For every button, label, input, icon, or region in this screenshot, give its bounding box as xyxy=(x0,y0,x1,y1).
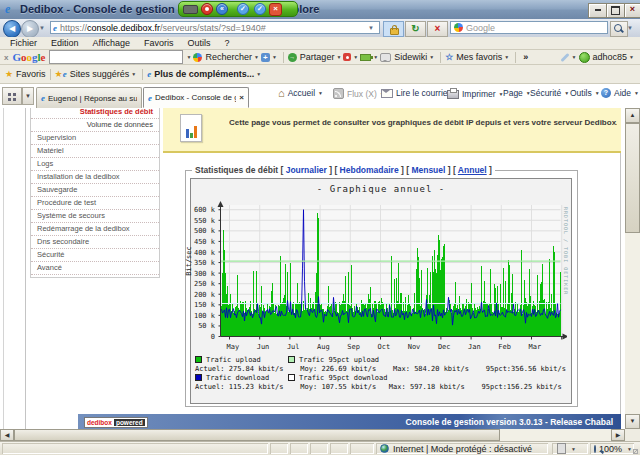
quick-tabs-button[interactable] xyxy=(2,87,22,105)
recorder-record-button[interactable] xyxy=(201,3,213,15)
menu-item-favoris[interactable]: Favoris xyxy=(137,38,181,48)
sidebar-item-volume-de-donn-es[interactable]: Volume de données xyxy=(31,119,159,132)
recorder-rewind-button[interactable]: « xyxy=(216,3,228,15)
sidebar-item-statistiques-de-d-bit[interactable]: Statistiques de débit xyxy=(31,108,159,119)
partager-button[interactable]: Partager xyxy=(300,52,335,62)
sidebar-item-supervision[interactable]: Supervision xyxy=(31,132,159,145)
tab-eugenol[interactable]: e Eugenol | Réponse au sujet ... xyxy=(36,87,142,108)
sidebar-item-avanc[interactable]: Avancé xyxy=(31,262,159,275)
vertical-scroll-thumb[interactable] xyxy=(625,123,640,233)
sidebar-item-dns-secondaire[interactable]: Dns secondaire xyxy=(31,236,159,249)
toolbar-overflow-button[interactable]: » xyxy=(523,52,528,62)
tools-menu-button[interactable]: Outils▼ xyxy=(570,88,600,98)
security-dropdown-icon[interactable]: ▼ xyxy=(571,446,576,452)
tab-dedibox-active[interactable]: e Dedibox - Console de ge... × xyxy=(143,87,249,108)
wrench-icon[interactable] xyxy=(560,52,569,61)
stop-button[interactable]: × xyxy=(427,21,448,37)
restore-button[interactable] xyxy=(606,3,625,18)
menu-item-help[interactable]: ? xyxy=(217,38,236,48)
complements-dropdown-icon[interactable]: ▼ xyxy=(256,71,261,77)
refresh-button[interactable]: ↻ xyxy=(405,21,426,37)
settings-dropdown-icon[interactable]: ▼ xyxy=(572,54,577,60)
print-button[interactable]: Imprimer▼ xyxy=(447,88,503,99)
scroll-down-button[interactable]: ▼ xyxy=(625,414,640,429)
menu-item-affichage[interactable]: Affichage xyxy=(86,38,137,48)
resize-grip[interactable] xyxy=(633,449,638,454)
scroll-right-button[interactable]: ▶ xyxy=(611,429,625,441)
rechercher-button[interactable]: Rechercher xyxy=(205,52,252,62)
mes-favoris-button[interactable]: Mes favoris xyxy=(456,52,502,62)
sidewiki-dropdown-icon[interactable]: ▼ xyxy=(429,54,434,60)
pagerank-icon[interactable] xyxy=(360,54,371,61)
search-button[interactable] xyxy=(610,21,628,37)
search-history-icon[interactable]: ▼ xyxy=(186,54,191,60)
sidebar-item-s-curit[interactable]: Sécurité xyxy=(31,249,159,262)
back-button[interactable]: ◀ xyxy=(3,20,21,38)
window-titlebar[interactable]: e Dedibox - Console de gestion - Windows… xyxy=(0,0,640,20)
search-box[interactable]: Google xyxy=(450,21,608,34)
scroll-up-button[interactable]: ▲ xyxy=(625,108,640,123)
help-menu-button[interactable]: ? Aide▼ xyxy=(601,88,639,98)
url-field[interactable]: e https://console.dedibox.fr/serveurs/st… xyxy=(50,21,380,34)
menu-item-outils[interactable]: Outils xyxy=(180,38,217,48)
zoom-dropdown-icon[interactable]: ▼ xyxy=(627,446,632,452)
account-button[interactable]: adhoc85 xyxy=(593,52,628,62)
period-link-mensuel[interactable]: Mensuel xyxy=(411,165,445,175)
recorder-check-button-2[interactable]: ✓ xyxy=(254,3,266,15)
menu-item-fichier[interactable]: Fichier xyxy=(3,38,44,48)
horizontal-scrollbar[interactable]: ◀ ▶ xyxy=(0,429,625,441)
tab-list-dropdown[interactable]: ▼ xyxy=(22,87,34,105)
sidebar-item-installation-de-la-dedibox[interactable]: Installation de la dedibox xyxy=(31,171,159,184)
partager-dropdown-icon[interactable]: ▼ xyxy=(336,54,341,60)
tab-close-icon[interactable]: × xyxy=(239,93,244,102)
status-pane xyxy=(270,443,288,454)
rechercher-dropdown-icon[interactable]: ▼ xyxy=(254,54,259,60)
horizontal-scroll-thumb[interactable] xyxy=(14,429,500,441)
page-menu-button[interactable]: Page▼ xyxy=(503,88,531,98)
home-button[interactable]: ⌂ Accueil▼ xyxy=(278,88,323,98)
vertical-scrollbar[interactable]: ▲ ▼ xyxy=(625,108,640,429)
sidebar-item-syst-me-de-secours[interactable]: Système de secours xyxy=(31,210,159,223)
pagerank-dropdown-icon[interactable]: ▼ xyxy=(373,54,378,60)
protected-mode-pane[interactable]: ▼ xyxy=(552,443,588,454)
scroll-left-button[interactable]: ◀ xyxy=(0,429,14,441)
sites-suggeres-button[interactable]: Sites suggérés xyxy=(70,69,130,79)
toolbar-add-icon[interactable]: + xyxy=(261,53,270,62)
close-button[interactable]: × xyxy=(624,3,640,18)
zoom-control[interactable]: 100% ▼ xyxy=(590,443,634,454)
favoris-button[interactable]: Favoris xyxy=(16,69,46,79)
share-icon[interactable]: → xyxy=(288,53,297,62)
sites-dropdown-icon[interactable]: ▼ xyxy=(131,71,136,77)
sidebar-item-sauvegarde[interactable]: Sauvegarde xyxy=(31,184,159,197)
recorder-close-button[interactable]: × xyxy=(269,3,282,16)
period-link-annuel[interactable]: Annuel xyxy=(458,165,487,175)
menu-item-edition[interactable]: Edition xyxy=(44,38,86,48)
account-dropdown-icon[interactable]: ▼ xyxy=(629,54,634,60)
read-mail-button[interactable]: Lire le courrier xyxy=(381,88,450,98)
forward-button[interactable]: ▶ xyxy=(21,20,39,38)
red-dropdown-icon[interactable]: ▼ xyxy=(353,54,358,60)
toolbar-red-icon[interactable] xyxy=(343,53,351,61)
minimize-button[interactable] xyxy=(588,3,607,18)
screen-recorder-widget[interactable]: « ✓ ✓ × xyxy=(178,1,298,17)
period-link-journalier[interactable]: Journalier xyxy=(286,165,327,175)
url-dropdown-icon[interactable]: ▼ xyxy=(368,25,374,31)
sidebar-item-logs[interactable]: Logs xyxy=(31,158,159,171)
stats-legend-title: Statistiques de débit xyxy=(195,165,278,175)
security-menu-button[interactable]: Sécurité▼ xyxy=(530,88,569,98)
search-options-icon[interactable]: ▼ xyxy=(627,25,633,31)
sidebar-item-red-marrage-de-la-dedibox[interactable]: Redémarrage de la dedibox xyxy=(31,223,159,236)
ssl-lock-button[interactable] xyxy=(383,21,404,37)
toolbar-close-button[interactable]: x xyxy=(4,53,8,62)
history-dropdown-icon[interactable]: ▼ xyxy=(39,25,45,31)
recorder-check-button-1[interactable]: ✓ xyxy=(237,3,249,15)
add-dropdown-icon[interactable]: ▼ xyxy=(272,54,277,60)
mes-favoris-dropdown-icon[interactable]: ▼ xyxy=(504,54,509,60)
google-toolbar-search-input[interactable] xyxy=(49,50,183,64)
plus-complements-button[interactable]: Plus de compléments... xyxy=(154,69,254,79)
feeds-button[interactable]: Flux (X)▼ xyxy=(333,88,385,99)
sidewiki-button[interactable]: Sidewiki xyxy=(394,52,427,62)
sidebar-item-proc-dure-de-test[interactable]: Procédure de test xyxy=(31,197,159,210)
sidebar-item-mat-riel[interactable]: Matériel xyxy=(31,145,159,158)
period-link-hebdomadaire[interactable]: Hebdomadaire xyxy=(340,165,399,175)
